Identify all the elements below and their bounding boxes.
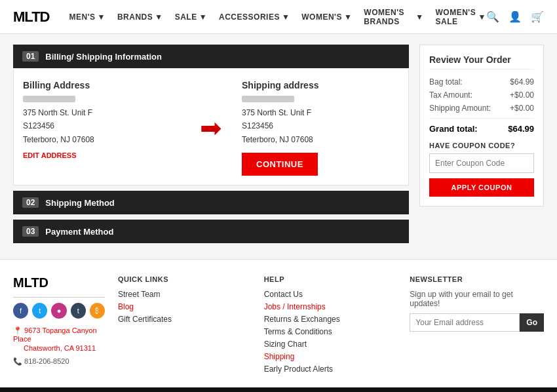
nav-accessories[interactable]: ACCESSORIES ▼	[219, 12, 290, 22]
section-billing-bar: 01 Billing/ Shipping Information	[13, 45, 409, 68]
help-link-3[interactable]: Terms & Conditions	[264, 327, 397, 336]
tax-label: Tax Amount:	[429, 90, 472, 100]
edit-address-link[interactable]: EDIT ADDRESS	[23, 151, 77, 159]
footer-logo: MLTD	[13, 275, 105, 290]
main-container: 01 Billing/ Shipping Information Billing…	[0, 34, 557, 259]
continue-button[interactable]: CONTINUE	[242, 153, 318, 176]
tax-value: +$0.00	[510, 90, 534, 100]
footer-help: HELP Contact Us Jobs / Internships Retur…	[264, 275, 397, 377]
nav-womens[interactable]: WOMEN'S ▼	[301, 12, 352, 22]
footer-phone: 📞 818-206-8520	[13, 357, 105, 366]
billing-address-col: Billing Address 375 North St. Unit F S12…	[23, 80, 180, 176]
right-column: Review Your Order Bag total: $64.99 Tax …	[419, 45, 544, 248]
nav-brands[interactable]: BRANDS ▼	[117, 12, 163, 22]
newsletter-title: NEWSLETTER	[410, 275, 544, 283]
account-icon[interactable]: 👤	[509, 10, 522, 23]
shipping-arrow-icon: ➡	[200, 115, 222, 141]
section-num-01: 01	[22, 51, 39, 62]
billing-line2: S123456	[23, 119, 180, 132]
billing-shipping-content: Billing Address 375 North St. Unit F S12…	[13, 69, 409, 186]
section-title-01: Billing/ Shipping Information	[45, 52, 162, 62]
social-icons: f t ● t ₿	[13, 303, 105, 319]
footer-newsletter: NEWSLETTER Sign up with your email to ge…	[410, 275, 544, 377]
order-bag-total: Bag total: $64.99	[429, 77, 534, 87]
facebook-icon[interactable]: f	[13, 303, 28, 319]
section-num-03: 03	[22, 226, 39, 237]
order-tax: Tax Amount: +$0.00	[429, 90, 534, 100]
section-title-02: Shipping Method	[45, 198, 114, 208]
nav-womens-sale[interactable]: WOMEN'S SALE ▼	[436, 8, 486, 26]
order-review-title: Review Your Order	[429, 54, 534, 69]
newsletter-desc: Sign up with your email to get updates!	[410, 290, 544, 308]
quick-link-1[interactable]: Blog	[118, 302, 251, 311]
newsletter-form: Go	[410, 313, 544, 332]
billing-line1: 375 North St. Unit F	[23, 106, 180, 119]
nav-sale[interactable]: SALE ▼	[175, 12, 207, 22]
help-title: HELP	[264, 275, 397, 283]
bag-total-value: $64.99	[510, 77, 534, 87]
quick-link-2[interactable]: Gift Certificates	[118, 315, 251, 324]
shipping-value: +$0.00	[510, 104, 534, 113]
footer-bottom: VISA DISC AMEX M PayPal © 2002-2020 MLTD…	[0, 387, 557, 392]
order-review: Review Your Order Bag total: $64.99 Tax …	[419, 45, 544, 206]
header: MLTD MEN'S ▼ BRANDS ▼ SALE ▼ ACCESSORIES…	[0, 0, 557, 34]
newsletter-go-button[interactable]: Go	[520, 313, 544, 332]
footer-city: Chatsworth, CA 91311	[24, 344, 105, 352]
billing-line3: Teterboro, NJ 07608	[23, 133, 180, 146]
help-link-4[interactable]: Sizing Chart	[264, 340, 397, 349]
shipping-line3: Teterboro, NJ 07608	[242, 133, 399, 146]
shipping-label: Shipping Amount:	[429, 104, 491, 113]
shipping-arrow-area: ➡	[193, 80, 229, 176]
search-icon[interactable]: 🔍	[486, 10, 499, 23]
section-num-02: 02	[22, 197, 39, 208]
footer-address[interactable]: 9673 Topanga Canyon Place	[13, 326, 97, 343]
help-link-2[interactable]: Returns & Exchanges	[264, 315, 397, 324]
grand-total-label: Grand total:	[429, 124, 478, 134]
order-grand-total: Grand total: $64.99	[429, 118, 534, 134]
help-link-0[interactable]: Contact Us	[264, 290, 397, 299]
help-link-1[interactable]: Jobs / Internships	[264, 302, 397, 311]
bag-total-label: Bag total:	[429, 77, 463, 87]
tumblr-icon[interactable]: t	[71, 303, 86, 319]
footer-quick-links: QUICK LINKS Street Team Blog Gift Certif…	[118, 275, 251, 377]
shipping-address-col: Shipping address 375 North St. Unit F S1…	[242, 80, 399, 176]
left-column: 01 Billing/ Shipping Information Billing…	[13, 45, 409, 248]
main-nav: MEN'S ▼ BRANDS ▼ SALE ▼ ACCESSORIES ▼ WO…	[69, 8, 486, 26]
coupon-title: HAVE COUPON CODE?	[429, 142, 534, 149]
footer-logo-col: MLTD f t ● t ₿ 📍 9673 Topanga Canyon Pla…	[13, 275, 105, 377]
shipping-line2: S123456	[242, 119, 399, 132]
quick-link-0[interactable]: Street Team	[118, 290, 251, 299]
billing-placeholder-bar	[23, 96, 75, 102]
apply-coupon-button[interactable]: APPLY COUPON	[429, 178, 534, 197]
bitcoin-icon[interactable]: ₿	[90, 303, 105, 319]
section-payment-bar: 03 Payment Method	[13, 220, 409, 243]
nav-womens-brands[interactable]: WOMEN'S BRANDS ▼	[364, 8, 423, 26]
newsletter-input[interactable]	[410, 313, 520, 332]
cart-icon[interactable]: 🛒	[531, 10, 544, 23]
site-logo[interactable]: MLTD	[13, 9, 49, 26]
order-shipping: Shipping Amount: +$0.00	[429, 104, 534, 113]
section-shipping-bar: 02 Shipping Method	[13, 191, 409, 214]
footer-address-icon: 📍 9673 Topanga Canyon Place	[13, 326, 105, 343]
footer-main: MLTD f t ● t ₿ 📍 9673 Topanga Canyon Pla…	[0, 259, 557, 387]
coupon-input[interactable]	[429, 153, 534, 173]
grand-total-value: $64.99	[508, 124, 534, 134]
nav-icons: 🔍 👤 🛒	[486, 10, 544, 23]
shipping-title: Shipping address	[242, 80, 399, 90]
instagram-icon[interactable]: ●	[51, 303, 66, 319]
shipping-line1: 375 North St. Unit F	[242, 106, 399, 119]
section-title-03: Payment Method	[45, 227, 113, 237]
nav-mens[interactable]: MEN'S ▼	[69, 12, 105, 22]
quick-links-title: QUICK LINKS	[118, 275, 251, 283]
help-link-5[interactable]: Shipping	[264, 352, 397, 361]
twitter-icon[interactable]: t	[32, 303, 47, 319]
help-link-6[interactable]: Early Product Alerts	[264, 364, 397, 374]
billing-title: Billing Address	[23, 80, 180, 90]
shipping-placeholder-bar	[242, 96, 294, 102]
